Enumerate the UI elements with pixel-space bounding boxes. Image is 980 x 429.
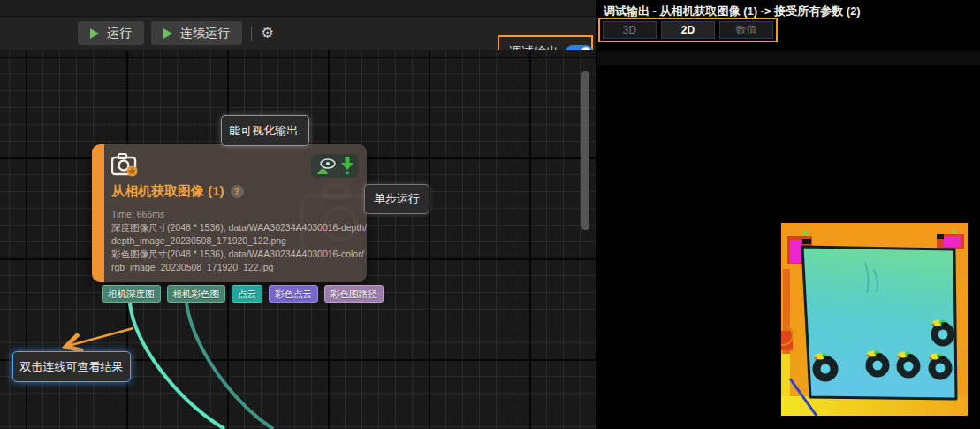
wire-depth-image <box>130 303 224 429</box>
window-top-strip <box>0 0 596 17</box>
node-capture-from-camera[interactable]: 从相机获取图像 (1) ? Time: 666ms 深度图像尺寸(2048 * … <box>92 144 367 282</box>
node-output-ports: 相机深度图 相机彩色图 点云 彩色点云 彩色图路径 <box>102 285 384 303</box>
continuous-run-button[interactable]: 连续运行 <box>151 21 242 45</box>
debug-output-panel: 调试输出 - 从相机获取图像 (1) -> 接受所有参数 (2) 3D 2D 数… <box>597 0 980 429</box>
port-camera-depth-map[interactable]: 相机深度图 <box>102 285 161 303</box>
canvas-scrollbar[interactable] <box>581 71 589 230</box>
play-icon <box>163 28 172 39</box>
tab-numeric[interactable]: 数值 <box>719 21 773 39</box>
port-camera-color-map[interactable]: 相机彩色图 <box>167 285 226 303</box>
annotation-arrow-wire <box>68 328 133 346</box>
node-output-line: rgb_image_20230508_171920_122.jpg <box>111 261 359 274</box>
tooltip-step-run: 单步运行 <box>364 184 429 214</box>
port-point-cloud[interactable]: 点云 <box>232 285 262 303</box>
tab-2d[interactable]: 2D <box>661 21 715 39</box>
node-output-line: 彩色图像尺寸(2048 * 1536), data/WAA30234A40300… <box>111 248 359 261</box>
port-color-image-path[interactable]: 彩色图路径 <box>324 285 384 303</box>
node-graph-canvas[interactable]: 从相机获取图像 (1) ? Time: 666ms 深度图像尺寸(2048 * … <box>0 50 596 429</box>
port-color-point-cloud[interactable]: 彩色点云 <box>269 285 318 303</box>
node-accent-bar <box>92 144 104 282</box>
gear-icon[interactable]: ⚙ <box>261 26 274 41</box>
run-button[interactable]: 运行 <box>78 21 144 45</box>
visualize-eye-icon[interactable] <box>316 157 337 175</box>
tooltip-double-click-wire: 双击连线可查看结果 <box>12 351 131 382</box>
help-icon[interactable]: ? <box>231 185 244 198</box>
debug-panel-strip <box>597 51 980 65</box>
depth-map-2d-image[interactable] <box>781 223 968 416</box>
pipeline-editor-panel: 运行 连续运行 ⚙ 调试输出 <box>0 0 596 429</box>
tooltip-visualize-output: 能可视化输出. <box>221 115 309 146</box>
toolbar-divider <box>251 27 252 41</box>
node-output-line: depth_image_20230508_171920_122.png <box>111 234 359 248</box>
node-action-bar <box>311 154 359 178</box>
debug-panel-title: 调试输出 - 从相机获取图像 (1) -> 接受所有参数 (2) <box>597 0 980 19</box>
node-exec-time: Time: 666ms <box>111 208 359 221</box>
editor-toolbar: 运行 连续运行 ⚙ 调试输出 <box>0 17 596 50</box>
play-icon <box>90 28 99 39</box>
node-title: 从相机获取图像 (1) <box>111 183 224 200</box>
continuous-run-label: 连续运行 <box>180 26 230 42</box>
camera-star-icon <box>111 152 140 177</box>
run-button-label: 运行 <box>107 26 132 42</box>
node-output-line: 深度图像尺寸(2048 * 1536), data/WAA30234A40300… <box>111 221 359 234</box>
debug-view-tabs: 3D 2D 数值 <box>598 18 778 42</box>
app-window: 运行 连续运行 ⚙ 调试输出 <box>0 0 980 429</box>
step-run-icon[interactable] <box>341 157 353 175</box>
tab-3d[interactable]: 3D <box>603 21 657 39</box>
